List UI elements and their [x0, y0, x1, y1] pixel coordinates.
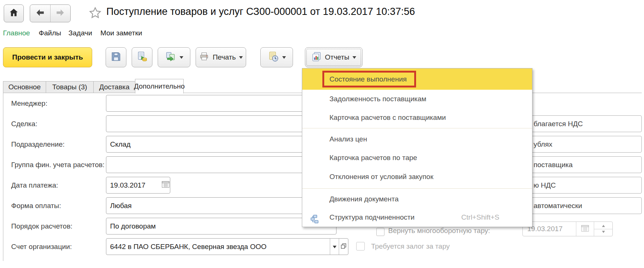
dropdown-arrow-icon	[333, 246, 337, 250]
section-moi-zametki[interactable]: Мои заметки	[100, 29, 142, 37]
create-based-on-button[interactable]	[158, 47, 190, 67]
reports-caret-icon	[352, 56, 356, 61]
tare-return-date-input[interactable]: 19.03.2017	[522, 221, 613, 236]
tare-return-calendar-button[interactable]	[576, 222, 594, 236]
right-field-nds-value: благается НДС	[534, 116, 583, 132]
reports-icon	[311, 51, 322, 64]
menu-item-otkloneniya-ot-usloviy-zakupok[interactable]: Отклонения от условий закупок	[302, 167, 532, 186]
print-button[interactable]: Печать	[196, 47, 246, 67]
tab-tovary[interactable]: Товары (3)	[46, 81, 94, 93]
favorite-star-button[interactable]	[88, 6, 103, 22]
menu-item-kartochka-raschetov-s-postavschikami[interactable]: Карточка расчетов с поставщиками	[302, 108, 532, 127]
history-nav-group	[30, 4, 71, 22]
calendar-icon	[161, 181, 170, 190]
menu-item-zadolzhennost-postavschikam[interactable]: Задолженность поставщикам	[302, 90, 532, 108]
menu-item-label: Структура подчиненности	[329, 213, 415, 221]
save-button[interactable]	[106, 47, 126, 67]
tare-return-checkbox[interactable]	[376, 228, 384, 236]
menu-item-label: Задолженность поставщикам	[329, 95, 426, 103]
label-data-platezha: Дата платежа:	[11, 177, 58, 194]
tare-deposit-checkbox[interactable]	[356, 242, 365, 251]
spinner-up-icon	[602, 223, 605, 227]
menu-item-label: Карточка расчетов по таре	[329, 154, 417, 162]
home-icon	[8, 7, 19, 20]
right-field-vat-value: ю НДС	[534, 177, 556, 193]
spinner-up-button[interactable]	[594, 222, 612, 229]
label-schet-organizatsii: Счет организации:	[11, 238, 72, 255]
right-field-supplier-value: поставщика	[534, 157, 573, 173]
back-icon	[35, 9, 45, 18]
section-faily[interactable]: Файлы	[39, 29, 61, 37]
menu-item-label: Карточка расчетов с поставщиками	[329, 114, 446, 121]
reports-button[interactable]: Отчеты	[305, 47, 363, 67]
data-platezha-value: 19.03.2017	[106, 177, 161, 193]
menu-separator	[302, 128, 532, 128]
menu-item-label: Анализ цен	[329, 135, 367, 143]
post-document-button[interactable]	[132, 47, 152, 67]
print-icon	[199, 52, 209, 63]
menu-item-label: Движения документа	[329, 195, 399, 203]
app-window: Поступление товаров и услуг СЗ00-000001 …	[0, 0, 644, 268]
create-based-on-icon	[165, 51, 176, 64]
schet-organizatsii-value: 6442 в ПАО СБЕРБАНК, Северная звезда ООО	[106, 239, 330, 255]
tab-label: Дополнительно	[134, 82, 185, 90]
spinner-down-icon	[602, 231, 605, 234]
post-document-icon	[136, 51, 148, 64]
reports-label: Отчеты	[325, 53, 350, 61]
menu-item-shortcut: Ctrl+Shift+S	[461, 208, 499, 227]
menu-item-label: Отклонения от условий закупок	[329, 173, 433, 181]
menu-item-kartochka-raschetov-po-tare[interactable]: Карточка расчетов по таре	[302, 149, 532, 167]
tare-deposit-label: Требуется залог за тару	[371, 242, 450, 251]
right-field-auto-value: автоматически	[534, 198, 582, 214]
print-caret-icon	[239, 56, 243, 61]
menu-separator	[302, 188, 532, 189]
document-tasks-button[interactable]	[260, 47, 293, 67]
page-title: Поступление товаров и услуг СЗ00-000001 …	[106, 6, 415, 17]
menu-item-dvizheniya-dokumenta[interactable]: Движения документа	[302, 190, 532, 208]
section-glavnoe[interactable]: Главное	[3, 29, 30, 37]
menu-item-struktura-podchinennosti[interactable]: Структура подчиненности Ctrl+Shift+S	[302, 208, 532, 227]
save-icon	[110, 51, 122, 64]
post-and-close-label: Провести и закрыть	[12, 53, 83, 61]
label-manager: Менеджер:	[11, 95, 47, 112]
data-platezha-input[interactable]: 19.03.2017	[106, 177, 170, 194]
schet-organizatsii-input[interactable]: 6442 в ПАО СБЕРБАНК, Северная звезда ООО	[106, 238, 348, 255]
label-podrazdelenie: Подразделение:	[11, 136, 65, 153]
label-sdelka: Сделка:	[11, 115, 37, 132]
menu-item-analiz-tsen[interactable]: Анализ цен	[302, 130, 532, 149]
data-platezha-calendar-button[interactable]	[161, 177, 170, 193]
right-field-currency-value: ублях	[534, 136, 553, 152]
spinner-down-button[interactable]	[594, 229, 612, 236]
document-tasks-caret-icon	[282, 56, 286, 61]
back-button[interactable]	[30, 5, 50, 22]
tare-return-date-spinner	[594, 222, 612, 236]
document-clock-icon	[268, 51, 279, 64]
home-button[interactable]	[4, 4, 24, 22]
tab-label: Основное	[8, 83, 41, 91]
tab-dopolnitelno[interactable]: Дополнительно	[135, 79, 184, 93]
schet-organizatsii-open-button[interactable]	[339, 239, 348, 255]
label-poryadok-raschetov: Порядок расчетов:	[11, 218, 73, 234]
label-forma-oplaty: Форма оплаты:	[11, 197, 61, 214]
post-and-close-button[interactable]: Провести и закрыть	[3, 47, 92, 67]
tab-dostavka[interactable]: Доставка	[93, 81, 135, 93]
tab-osnovnoe[interactable]: Основное	[3, 81, 46, 93]
hierarchy-icon	[310, 213, 320, 231]
forward-icon	[55, 9, 65, 18]
calendar-icon	[581, 224, 589, 234]
schet-organizatsii-dropdown-button[interactable]	[330, 239, 339, 255]
create-based-on-caret-icon	[180, 56, 183, 61]
panel-left-border	[3, 93, 3, 261]
open-form-icon	[340, 243, 347, 251]
tab-label: Товары (3)	[52, 83, 87, 91]
label-gruppa-fin-ucheta: Группа фин. учета расчетов:	[11, 156, 104, 173]
star-icon	[88, 15, 103, 21]
tab-label: Доставка	[99, 83, 130, 91]
reports-dropdown-menu: Состояние выполнения Задолженность поста…	[302, 68, 532, 227]
forward-button[interactable]	[50, 5, 71, 22]
annotation-red-box	[322, 71, 416, 87]
section-zadachi[interactable]: Задачи	[68, 29, 92, 37]
print-label: Печать	[213, 53, 236, 61]
